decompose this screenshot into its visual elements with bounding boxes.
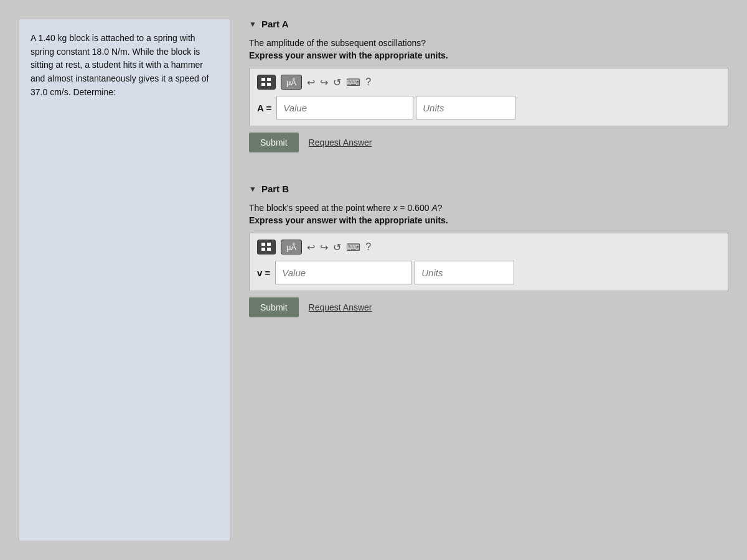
part-a-redo-icon[interactable]: ↪: [320, 77, 328, 88]
part-a-submit-button[interactable]: Submit: [249, 133, 299, 152]
part-b-help-icon[interactable]: ?: [365, 241, 371, 253]
part-b-title: Part B: [261, 184, 289, 194]
part-b-instruction: Express your answer with the appropriate…: [249, 215, 728, 225]
part-a-label: A =: [257, 103, 271, 113]
problem-text: A 1.40 kg block is attached to a spring …: [31, 32, 218, 99]
part-b-header: ▼ Part B: [249, 184, 728, 194]
part-a-title: Part A: [261, 19, 289, 29]
part-b-label: v =: [257, 268, 270, 278]
part-a-keyboard-icon[interactable]: ⌨: [346, 77, 360, 88]
part-a-units-input[interactable]: [416, 96, 515, 119]
matrix-icon: [261, 78, 271, 86]
part-b-question: The block's speed at the point where x =…: [249, 203, 728, 213]
part-b-redo-icon[interactable]: ↪: [320, 241, 328, 253]
part-a-section: ▼ Part A The amplitude of the subsequent…: [249, 12, 728, 152]
part-a-value-input[interactable]: [276, 96, 413, 119]
part-a-refresh-icon[interactable]: ↺: [333, 77, 341, 88]
part-b-action-row: Submit Request Answer: [249, 297, 728, 317]
part-b-chevron-icon[interactable]: ▼: [249, 185, 256, 194]
part-a-input-row: A =: [257, 96, 720, 119]
part-b-section: ▼ Part B The block's speed at the point …: [249, 177, 728, 317]
part-b-submit-button[interactable]: Submit: [249, 297, 299, 317]
part-a-answer-box: μÅ ↩ ↪ ↺ ⌨ ? A =: [249, 68, 728, 126]
part-a-question: The amplitude of the subsequent oscillat…: [249, 38, 728, 48]
problem-description-panel: A 1.40 kg block is attached to a spring …: [19, 19, 230, 541]
part-a-instruction: Express your answer with the appropriate…: [249, 50, 728, 60]
matrix-icon-b: [261, 243, 271, 251]
part-a-chevron-icon[interactable]: ▼: [249, 20, 256, 29]
part-b-mu-button[interactable]: μÅ: [281, 240, 302, 254]
part-a-help-icon[interactable]: ?: [365, 77, 371, 88]
part-a-mu-button[interactable]: μÅ: [281, 75, 302, 90]
part-b-input-row: v =: [257, 261, 720, 284]
right-panel: ▼ Part A The amplitude of the subsequent…: [230, 0, 747, 560]
part-b-keyboard-icon[interactable]: ⌨: [346, 241, 360, 253]
part-b-units-input[interactable]: [415, 261, 514, 284]
part-a-toolbar: μÅ ↩ ↪ ↺ ⌨ ?: [257, 75, 720, 90]
part-a-header: ▼ Part A: [249, 19, 728, 29]
part-a-undo-icon[interactable]: ↩: [307, 77, 315, 88]
part-b-answer-box: μÅ ↩ ↪ ↺ ⌨ ? v =: [249, 233, 728, 291]
part-a-action-row: Submit Request Answer: [249, 133, 728, 152]
part-b-matrix-button[interactable]: [257, 240, 276, 254]
part-b-refresh-icon[interactable]: ↺: [333, 241, 341, 253]
part-a-matrix-button[interactable]: [257, 75, 276, 90]
part-b-undo-icon[interactable]: ↩: [307, 241, 315, 253]
part-b-request-answer-button[interactable]: Request Answer: [309, 302, 372, 312]
part-b-toolbar: μÅ ↩ ↪ ↺ ⌨ ?: [257, 240, 720, 254]
part-a-request-answer-button[interactable]: Request Answer: [309, 138, 372, 147]
part-b-value-input[interactable]: [275, 261, 412, 284]
